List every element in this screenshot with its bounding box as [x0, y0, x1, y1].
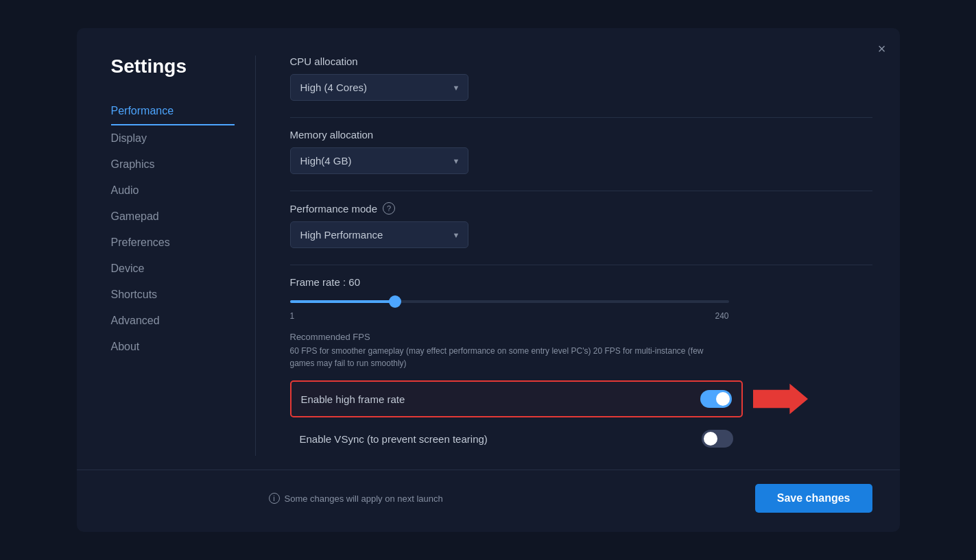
footer-note-icon: i [269, 493, 280, 504]
close-button[interactable]: × [878, 42, 886, 56]
memory-allocation-select-wrap: High(4 GB) Medium(2 GB) Low(1 GB) [290, 147, 468, 174]
slider-min-label: 1 [290, 311, 295, 321]
cpu-allocation-select-wrap: High (4 Cores) Medium (2 Cores) Low (1 C… [290, 74, 468, 101]
memory-allocation-group: Memory allocation High(4 GB) Medium(2 GB… [290, 129, 872, 174]
divider-1 [290, 117, 872, 118]
sidebar-item-display[interactable]: Display [111, 125, 235, 151]
modal-title: Settings [111, 56, 235, 77]
frame-rate-slider-wrap [290, 295, 729, 308]
enable-high-frame-rate-row: Enable high frame rate [290, 380, 743, 417]
sidebar-nav: Performance Display Graphics Audio Gamep… [111, 98, 235, 360]
sidebar-item-graphics[interactable]: Graphics [111, 151, 235, 178]
perf-mode-select-wrap: High Performance Balanced Power Saver [290, 221, 468, 248]
red-arrow-annotation [753, 382, 808, 416]
sidebar-item-device[interactable]: Device [111, 256, 235, 282]
perf-mode-select[interactable]: High Performance Balanced Power Saver [290, 221, 468, 248]
slider-max-label: 240 [715, 311, 728, 321]
sidebar-item-audio[interactable]: Audio [111, 178, 235, 204]
divider-2 [290, 191, 872, 191]
sidebar-item-performance[interactable]: Performance [111, 98, 235, 125]
sidebar-item-gamepad[interactable]: Gamepad [111, 204, 235, 230]
frame-rate-section: Frame rate : 60 1 240 [290, 276, 872, 321]
enable-vsync-label: Enable VSync (to prevent screen tearing) [300, 433, 488, 445]
cpu-allocation-label: CPU allocation [290, 56, 872, 67]
enable-vsync-row: Enable VSync (to prevent screen tearing) [290, 422, 743, 456]
divider-3 [290, 265, 872, 265]
enable-vsync-toggle[interactable] [702, 430, 733, 448]
cpu-allocation-group: CPU allocation High (4 Cores) Medium (2 … [290, 56, 872, 101]
footer-note: i Some changes will apply on next launch [269, 493, 443, 504]
perf-mode-help-icon[interactable]: ? [383, 202, 395, 215]
save-changes-button[interactable]: Save changes [755, 484, 872, 513]
footer-note-text: Some changes will apply on next launch [285, 494, 443, 504]
toggle-knob-off [704, 432, 717, 446]
slider-range-labels: 1 240 [290, 311, 729, 321]
memory-allocation-label: Memory allocation [290, 129, 872, 141]
toggle-knob-on [716, 392, 730, 406]
enable-high-frame-rate-wrapper: Enable high frame rate [290, 380, 743, 417]
frame-rate-label: Frame rate : 60 [290, 276, 872, 288]
perf-mode-label-row: Performance mode ? [290, 202, 872, 215]
perf-mode-label: Performance mode [290, 203, 378, 215]
recommended-fps-text: 60 FPS for smoother gameplay (may effect… [290, 345, 729, 369]
recommended-fps-title: Recommended FPS [290, 332, 872, 342]
cpu-allocation-select[interactable]: High (4 Cores) Medium (2 Cores) Low (1 C… [290, 74, 468, 101]
performance-mode-group: Performance mode ? High Performance Bala… [290, 202, 872, 248]
svg-marker-0 [753, 384, 808, 414]
enable-high-frame-rate-toggle[interactable] [700, 390, 732, 408]
memory-allocation-select[interactable]: High(4 GB) Medium(2 GB) Low(1 GB) [290, 147, 468, 174]
settings-modal: × Settings Performance Display Graphics … [77, 28, 900, 532]
sidebar-item-about[interactable]: About [111, 334, 235, 360]
enable-high-frame-rate-label: Enable high frame rate [301, 393, 405, 405]
sidebar-item-preferences[interactable]: Preferences [111, 230, 235, 256]
recommended-fps-section: Recommended FPS 60 FPS for smoother game… [290, 332, 872, 369]
frame-rate-slider-container: 1 240 [290, 295, 729, 321]
footer: i Some changes will apply on next launch… [77, 470, 900, 532]
sidebar-item-advanced[interactable]: Advanced [111, 308, 235, 334]
content-area: CPU allocation High (4 Cores) Medium (2 … [276, 56, 900, 456]
sidebar-divider [255, 56, 256, 456]
sidebar: Settings Performance Display Graphics Au… [77, 56, 235, 456]
sidebar-item-shortcuts[interactable]: Shortcuts [111, 282, 235, 308]
